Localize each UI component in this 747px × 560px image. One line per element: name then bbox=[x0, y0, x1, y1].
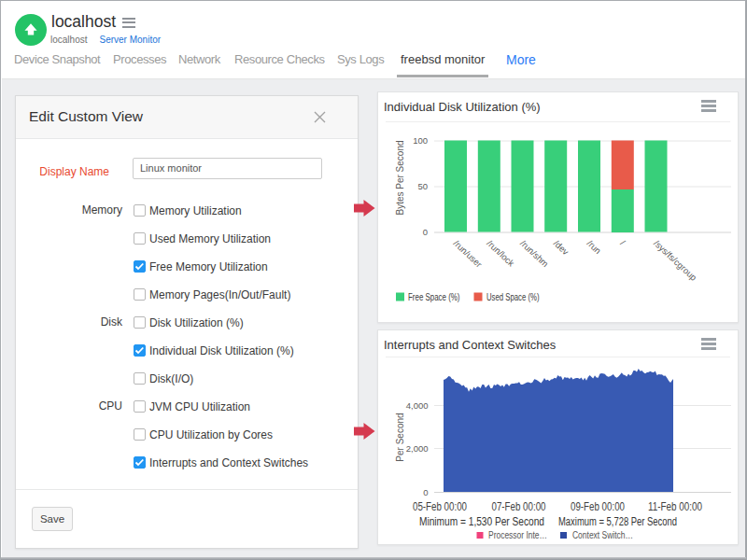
svg-text:100: 100 bbox=[413, 135, 428, 146]
svg-text:09-Feb 00:00: 09-Feb 00:00 bbox=[571, 500, 625, 513]
svg-text:50: 50 bbox=[417, 181, 428, 191]
svg-text:0: 0 bbox=[423, 487, 428, 497]
svg-text:/run/user: /run/user bbox=[452, 238, 485, 270]
svg-text:Minimum = 1,530 Per Second: Minimum = 1,530 Per Second bbox=[419, 515, 544, 528]
svg-text:Free Space (%): Free Space (%) bbox=[408, 292, 460, 302]
svg-text:/run/shm: /run/shm bbox=[518, 238, 551, 269]
svg-text:/: / bbox=[618, 238, 627, 247]
svg-text:2,000: 2,000 bbox=[406, 443, 429, 454]
svg-text:/sys/fs/cgroup: /sys/fs/cgroup bbox=[652, 238, 698, 283]
svg-text:07-Feb 00:00: 07-Feb 00:00 bbox=[492, 500, 546, 513]
svg-text:4,000: 4,000 bbox=[406, 400, 429, 411]
svg-text:Bytes Per Second: Bytes Per Second bbox=[395, 140, 405, 215]
svg-text:0: 0 bbox=[423, 227, 428, 237]
svg-text:11-Feb 00:00: 11-Feb 00:00 bbox=[648, 500, 702, 513]
svg-text:/dev: /dev bbox=[552, 238, 571, 257]
svg-text:Processor Inte…: Processor Inte… bbox=[488, 530, 547, 540]
svg-text:Used Space (%): Used Space (%) bbox=[486, 292, 540, 302]
svg-text:Per Second: Per Second bbox=[395, 413, 405, 461]
svg-text:Context Switch…: Context Switch… bbox=[572, 530, 633, 540]
svg-text:Maximum = 5,728 Per Second: Maximum = 5,728 Per Second bbox=[558, 515, 677, 528]
svg-text:05-Feb 00:00: 05-Feb 00:00 bbox=[413, 500, 467, 513]
svg-text:/run/lock: /run/lock bbox=[485, 238, 516, 269]
svg-text:/run: /run bbox=[585, 238, 603, 256]
